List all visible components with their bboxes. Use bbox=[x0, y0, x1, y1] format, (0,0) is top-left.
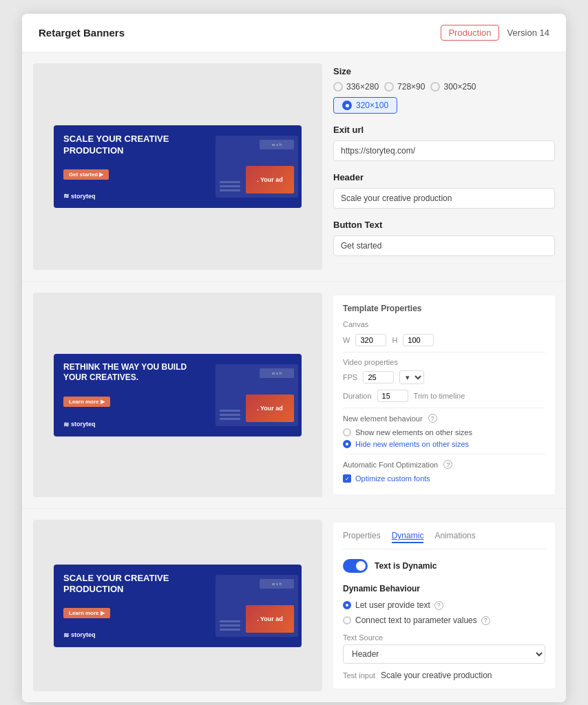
option1-row[interactable]: Let user provide text ? bbox=[343, 600, 545, 610]
optimize-fonts-checkbox[interactable]: ✓ bbox=[343, 474, 351, 483]
font-opt-label: Automatic Font Optimization bbox=[343, 461, 438, 469]
mockup-line bbox=[220, 410, 240, 412]
duration-row: Duration Trim to timeline bbox=[343, 390, 545, 402]
mockup-lines-2 bbox=[220, 410, 240, 422]
divider bbox=[343, 352, 545, 352]
banner-headline-2: RETHINK THE WAY YOU BUILD YOUR CREATIVES… bbox=[63, 362, 196, 383]
radio-320[interactable] bbox=[342, 101, 352, 110]
hide-new-radio[interactable] bbox=[343, 440, 351, 448]
mockup-bg-3: w x h . Your ad bbox=[216, 575, 298, 637]
mockup-line bbox=[220, 629, 240, 631]
hide-new-row[interactable]: Hide new elements on other sizes bbox=[343, 440, 545, 448]
dp-tabs: Properties Dynamic Animations bbox=[343, 531, 545, 549]
banner-mockup-1: w x h . Your ad bbox=[212, 125, 302, 208]
mockup-line bbox=[220, 414, 240, 416]
option1-help-icon[interactable]: ? bbox=[434, 601, 443, 610]
font-opt-help-icon[interactable]: ? bbox=[443, 460, 452, 469]
app-container: Retarget Banners Production Version 14 S… bbox=[22, 14, 566, 702]
tp-title: Template Properties bbox=[343, 304, 545, 313]
banner-ad-1: SCALE YOUR CREATIVE PRODUCTION Get start… bbox=[54, 125, 302, 208]
trim-label: Trim to timeline bbox=[414, 392, 465, 400]
fps-row: FPS ▾ bbox=[343, 370, 545, 384]
video-props-label: Video properties bbox=[343, 358, 545, 366]
banner-left-1: SCALE YOUR CREATIVE PRODUCTION Get start… bbox=[54, 125, 205, 208]
mockup-header-1: w x h bbox=[260, 140, 294, 149]
mockup-line bbox=[220, 620, 240, 622]
dynamic-props-panel: Properties Dynamic Animations Text is Dy… bbox=[333, 520, 555, 691]
show-new-row[interactable]: Show new elements on other sizes bbox=[343, 428, 545, 436]
size-option-336[interactable]: 336×280 bbox=[333, 82, 379, 92]
mockup-line bbox=[220, 185, 240, 187]
button-text-label: Button Text bbox=[333, 220, 555, 230]
duration-label: Duration bbox=[343, 392, 372, 400]
section-3: SCALE YOUR CREATIVE PRODUCTION Learn mor… bbox=[22, 509, 566, 702]
tab-properties[interactable]: Properties bbox=[343, 531, 381, 543]
size-badge-320[interactable]: 320×100 bbox=[333, 97, 397, 114]
template-props-panel: Template Properties Canvas W H Video pro… bbox=[333, 293, 555, 497]
mockup-line bbox=[220, 189, 240, 191]
banner-right-1: w x h . Your ad bbox=[205, 125, 302, 208]
new-element-label: New element behaviour bbox=[343, 414, 423, 423]
text-source-select[interactable]: Header bbox=[343, 644, 545, 664]
header-group: Header bbox=[333, 172, 555, 209]
canvas-dims-row: W H bbox=[343, 334, 545, 346]
divider bbox=[343, 408, 545, 408]
test-input-value: Scale your creative production bbox=[381, 671, 492, 680]
mockup-line bbox=[220, 181, 240, 183]
test-input-group: Test input Scale your creative productio… bbox=[343, 671, 545, 680]
your-ad-2: . Your ad bbox=[246, 394, 294, 422]
size-group: Size 336×280 728×90 300×250 bbox=[333, 66, 555, 114]
header-right: Production Version 14 bbox=[441, 25, 549, 41]
banner-cta-3: Learn more ▶ bbox=[63, 608, 110, 618]
new-element-help-icon[interactable]: ? bbox=[428, 414, 437, 423]
option2-help-icon[interactable]: ? bbox=[481, 616, 490, 625]
exit-url-label: Exit url bbox=[333, 125, 555, 135]
new-element-row: New element behaviour ? bbox=[343, 414, 545, 423]
size-option-728[interactable]: 728×90 bbox=[384, 82, 425, 92]
optimize-fonts-row[interactable]: ✓ Optimize custom fonts bbox=[343, 474, 545, 483]
w-label: W bbox=[343, 336, 350, 344]
test-input-label: Test input bbox=[343, 671, 375, 680]
template-properties: Template Properties Canvas W H Video pro… bbox=[333, 295, 555, 494]
toggle-label: Text is Dynamic bbox=[375, 561, 437, 571]
mockup-lines-3 bbox=[220, 620, 240, 633]
option2-radio[interactable] bbox=[343, 616, 351, 624]
option2-label: Connect text to parameter values bbox=[355, 615, 477, 625]
text-source-group: Text Source Header bbox=[343, 633, 545, 664]
duration-input[interactable] bbox=[377, 390, 408, 402]
size-label: Size bbox=[333, 66, 555, 76]
section-2: RETHINK THE WAY YOU BUILD YOUR CREATIVES… bbox=[22, 282, 566, 509]
header-input[interactable] bbox=[333, 188, 555, 209]
fps-label: FPS bbox=[343, 373, 357, 381]
option1-radio[interactable] bbox=[343, 601, 351, 609]
banner-mockup-2: w x h . Your ad bbox=[212, 354, 302, 436]
h-label: H bbox=[392, 336, 397, 344]
canvas-row: Canvas bbox=[343, 320, 545, 328]
size-option-300[interactable]: 300×250 bbox=[430, 82, 476, 92]
mockup-line bbox=[220, 418, 240, 420]
exit-url-group: Exit url bbox=[333, 125, 555, 161]
banner-logo-1: storyteq bbox=[63, 192, 196, 200]
banner-ad-3: SCALE YOUR CREATIVE PRODUCTION Learn mor… bbox=[54, 565, 302, 647]
banner-left-2: RETHINK THE WAY YOU BUILD YOUR CREATIVES… bbox=[54, 354, 205, 436]
radio-728[interactable] bbox=[384, 82, 394, 92]
fps-input[interactable] bbox=[363, 371, 394, 383]
canvas-w-input[interactable] bbox=[355, 334, 386, 346]
show-new-label: Show new elements on other sizes bbox=[355, 428, 472, 436]
fps-select[interactable]: ▾ bbox=[399, 370, 424, 384]
canvas-h-input[interactable] bbox=[403, 334, 434, 346]
mockup-header-3: w x h bbox=[260, 579, 294, 589]
radio-336[interactable] bbox=[333, 82, 343, 92]
exit-url-input[interactable] bbox=[333, 140, 555, 161]
banner-cta-1: Get started ▶ bbox=[63, 169, 109, 180]
show-new-radio[interactable] bbox=[343, 428, 351, 436]
button-text-input[interactable] bbox=[333, 235, 555, 256]
tab-animations[interactable]: Animations bbox=[434, 531, 475, 543]
mockup-bg-1: w x h . Your ad bbox=[216, 136, 298, 198]
tab-dynamic[interactable]: Dynamic bbox=[392, 531, 424, 543]
header-label: Header bbox=[333, 172, 555, 182]
radio-300[interactable] bbox=[430, 82, 440, 92]
banner-left-3: SCALE YOUR CREATIVE PRODUCTION Learn mor… bbox=[54, 565, 205, 647]
option2-row[interactable]: Connect text to parameter values ? bbox=[343, 615, 545, 625]
dynamic-toggle[interactable] bbox=[343, 559, 368, 573]
